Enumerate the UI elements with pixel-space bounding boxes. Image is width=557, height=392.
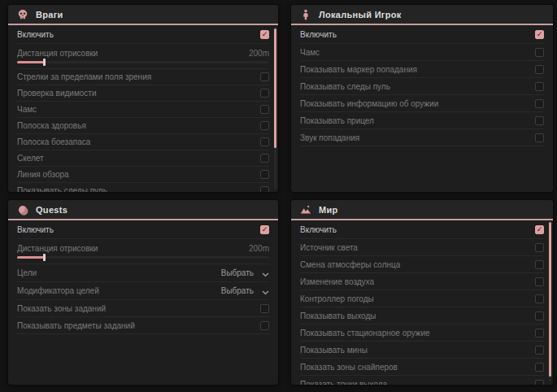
select-label: Модификатора целей — [17, 286, 99, 295]
toggle-label: Изменение воздуха — [300, 277, 374, 286]
select-button[interactable]: Выбрать — [221, 266, 269, 281]
checkbox-unchecked[interactable] — [535, 380, 544, 385]
toggle-label: Показывать информацию об оружии — [300, 99, 438, 108]
checkbox-unchecked[interactable] — [260, 304, 269, 313]
toggle-row[interactable]: Показывать маркер попадания — [300, 61, 544, 78]
toggle-row[interactable]: Смена атмосферы солнца — [300, 256, 544, 273]
slider-value: 200m — [249, 49, 269, 58]
toggle-row[interactable]: Показывать следы пуль — [300, 78, 544, 95]
checkbox-unchecked[interactable] — [535, 99, 544, 108]
toggle-row[interactable]: Показывать мины — [300, 342, 544, 359]
toggle-row[interactable]: Скелет — [17, 150, 269, 167]
checkbox-checked[interactable]: ✓ — [260, 225, 269, 234]
toggle-row[interactable]: Проверка видимости — [17, 85, 269, 102]
toggle-row[interactable]: Чамс — [300, 44, 544, 61]
toggle-row[interactable]: Показать зоны заданий — [17, 300, 269, 317]
checkbox-unchecked[interactable] — [535, 65, 544, 74]
checkbox-unchecked[interactable] — [535, 243, 544, 252]
toggle-label: Чамс — [300, 48, 320, 57]
select-button[interactable]: Выбрать — [221, 284, 269, 298]
checkbox-unchecked[interactable] — [535, 133, 544, 142]
select-button-label: Выбрать — [221, 286, 254, 295]
checkbox-unchecked[interactable] — [535, 116, 544, 125]
toggle-row[interactable]: Контроллер погоды — [300, 290, 544, 307]
slider-fill — [17, 256, 45, 259]
scrollbar-thumb[interactable] — [549, 222, 551, 377]
checkbox-unchecked[interactable] — [260, 72, 269, 81]
toggle-row[interactable]: Показывать предметы заданий — [17, 317, 269, 334]
checkbox-checked[interactable]: ✓ — [535, 30, 544, 39]
checkbox-unchecked[interactable] — [535, 82, 544, 91]
panel-quests: Quests Включить✓Дистанция отрисовки200mЦ… — [8, 200, 278, 385]
toggle-row[interactable]: Полоска боезапаса — [17, 134, 269, 150]
checkbox-unchecked[interactable] — [260, 154, 269, 163]
slider-value: 200m — [249, 244, 269, 253]
toggle-label: Стрелки за пределами поля зрения — [17, 72, 151, 81]
panel-local-player: Локальный Игрок Включить✓ЧамсПоказывать … — [291, 5, 553, 192]
slider-handle[interactable] — [43, 254, 46, 261]
toggle-label: Включить — [300, 225, 337, 234]
scrollbar-track[interactable] — [549, 222, 551, 381]
toggle-row[interactable]: Линия обзора — [17, 167, 269, 183]
scrollbar-thumb[interactable] — [274, 28, 276, 148]
slider-track[interactable] — [17, 256, 269, 259]
slider-track[interactable] — [17, 61, 269, 63]
checkbox-unchecked[interactable] — [535, 260, 544, 269]
checkbox-unchecked[interactable] — [260, 89, 269, 98]
toggle-row[interactable]: Чамс — [17, 102, 269, 118]
toggle-row[interactable]: Включить✓ — [17, 220, 269, 239]
toggle-label: Показывать мины — [300, 346, 368, 355]
toggle-row[interactable]: Включить✓ — [300, 25, 544, 44]
checkbox-unchecked[interactable] — [535, 294, 544, 303]
mountain-icon — [299, 203, 311, 216]
slider-handle[interactable] — [43, 59, 46, 66]
checkbox-unchecked[interactable] — [260, 186, 269, 192]
toggle-row[interactable]: Показывать стационарное оружие — [300, 324, 544, 342]
cheat-menu-overlay: Враги Включить✓Дистанция отрисовки200mСт… — [0, 0, 557, 392]
toggle-row[interactable]: Показывать следы пуль — [17, 183, 269, 192]
toggle-label: Линия обзора — [17, 170, 69, 179]
toggle-row[interactable]: Показывать информацию об оружии — [300, 95, 544, 112]
toggle-row[interactable]: Источник света — [300, 239, 544, 256]
panel-title: Локальный Игрок — [319, 10, 402, 20]
toggle-label: Включить — [17, 30, 54, 39]
checkbox-unchecked[interactable] — [535, 311, 544, 320]
toggle-row[interactable]: Включить✓ — [300, 220, 544, 239]
check-icon: ✓ — [262, 225, 268, 233]
toggle-row[interactable]: Изменение воздуха — [300, 273, 544, 290]
checkbox-unchecked[interactable] — [260, 137, 269, 146]
scrollbar-track[interactable] — [274, 27, 276, 189]
panel-world-header[interactable]: Мир — [291, 200, 553, 220]
checkbox-unchecked[interactable] — [260, 121, 269, 130]
checkbox-unchecked[interactable] — [535, 346, 544, 355]
checkbox-unchecked[interactable] — [535, 277, 544, 286]
panel-local-player-header[interactable]: Локальный Игрок — [291, 5, 553, 25]
panel-quests-header[interactable]: Quests — [8, 200, 278, 220]
panel-title: Мир — [319, 205, 338, 215]
panel-title: Враги — [36, 10, 63, 20]
toggle-label: Включить — [17, 225, 54, 234]
checkbox-unchecked[interactable] — [535, 48, 544, 57]
toggle-row[interactable]: Показать зоны снайперов — [300, 359, 544, 376]
check-icon: ✓ — [262, 30, 268, 37]
toggle-row[interactable]: Показать точки выхода — [300, 376, 544, 385]
toggle-row[interactable]: Показывать выходы — [300, 307, 544, 324]
checkbox-unchecked[interactable] — [260, 105, 269, 114]
panel-enemies: Враги Включить✓Дистанция отрисовки200mСт… — [8, 5, 278, 192]
panel-world: Мир Включить✓Источник светаСмена атмосфе… — [291, 200, 553, 385]
checkbox-unchecked[interactable] — [535, 329, 544, 338]
toggle-row[interactable]: Показывать прицел — [300, 112, 544, 129]
select-row: ЦелиВыбрать — [17, 264, 269, 282]
panel-enemies-header[interactable]: Враги — [8, 5, 278, 25]
checkbox-checked[interactable]: ✓ — [260, 30, 269, 39]
checkbox-unchecked[interactable] — [260, 321, 269, 330]
checkbox-checked[interactable]: ✓ — [535, 225, 544, 234]
toggle-row[interactable]: Стрелки за пределами поля зрения — [17, 69, 269, 85]
checkbox-unchecked[interactable] — [260, 170, 269, 179]
panel-enemies-body: Включить✓Дистанция отрисовки200mСтрелки … — [8, 25, 278, 192]
toggle-row[interactable]: Полоска здоровья — [17, 118, 269, 134]
checkbox-unchecked[interactable] — [535, 363, 544, 372]
toggle-row[interactable]: Включить✓ — [17, 25, 269, 44]
toggle-label: Скелет — [17, 154, 44, 163]
toggle-row[interactable]: Звук попадания — [300, 129, 544, 146]
